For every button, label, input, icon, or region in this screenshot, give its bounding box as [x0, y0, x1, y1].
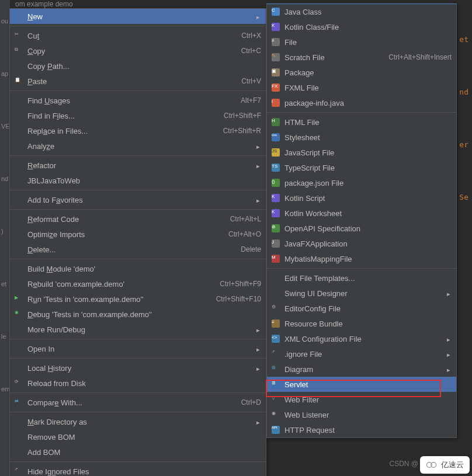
menu2-item-package-info-java[interactable]: ipackage-info.java — [267, 95, 456, 110]
menu2-item-servlet[interactable]: ≣Servlet — [267, 377, 456, 392]
menu1-item-remove-bom[interactable]: Remove BOM — [10, 429, 266, 444]
shortcut: Delete — [236, 245, 261, 253]
separator — [267, 268, 456, 269]
menu1-item-add-to-favorites[interactable]: Add to Favorites — [10, 192, 266, 207]
menu1-item-debug-tests-in-com-example-demo[interactable]: ✱Debug 'Tests in 'com.example.demo'' — [10, 307, 266, 322]
menu2-item-resource-bundle[interactable]: ≡Resource Bundle — [267, 316, 456, 331]
menu1-item-find-in-files[interactable]: Find in Files...Ctrl+Shift+F — [10, 108, 266, 123]
menu1-item-jbljavatoweb[interactable]: JBLJavaToWeb — [10, 173, 266, 188]
menu2-item-stylesheet[interactable]: cssStylesheet — [267, 130, 456, 145]
submenu-arrow-icon — [447, 365, 452, 374]
menu2-item-java-class[interactable]: CJava Class — [267, 4, 456, 19]
shortcut: Ctrl+Shift+R — [218, 127, 261, 135]
menu1-item-new[interactable]: New — [10, 9, 266, 24]
debug-icon: ✱ — [13, 310, 24, 319]
menu1-item-reload-from-disk[interactable]: ⟳Reload from Disk — [10, 376, 266, 391]
blank-icon — [13, 230, 24, 239]
menu-item-label: Java Class — [281, 8, 452, 16]
blank-icon — [270, 273, 281, 283]
menu2-item-scratch-file[interactable]: ✎Scratch FileCtrl+Alt+Shift+Insert — [267, 50, 456, 65]
menu-item-label: Stylesheet — [281, 133, 452, 142]
menu-item-label: Paste — [24, 77, 237, 86]
menu-item-label: Find in Files... — [24, 112, 219, 120]
menu1-item-build-module-demo[interactable]: Build Module 'demo' — [10, 261, 266, 276]
menu2-item-http-request[interactable]: APIHTTP Request — [267, 422, 456, 437]
menu1-item-replace-in-files[interactable]: Replace in Files...Ctrl+Shift+R — [10, 123, 266, 138]
menu2-item-swing-ui-designer[interactable]: Swing UI Designer — [267, 286, 456, 301]
menu1-item-mark-directory-as[interactable]: Mark Directory as — [10, 414, 266, 429]
submenu-arrow-icon — [256, 161, 261, 170]
blank-icon — [13, 363, 24, 373]
menu1-item-delete[interactable]: Delete...Delete — [10, 242, 266, 257]
openapi-icon: ⊚ — [270, 224, 281, 233]
menu2-item-package[interactable]: ▣Package — [267, 65, 456, 80]
menu2-item-openapi-specification[interactable]: ⊚OpenAPI Specification — [267, 221, 456, 236]
separator — [10, 91, 266, 91]
menu2-item-package-json-file[interactable]: {}package.json File — [267, 175, 456, 190]
file-icon: ≡ — [270, 37, 281, 47]
menu1-item-local-history[interactable]: Local History — [10, 360, 266, 376]
menu2-item-file[interactable]: ≡File — [267, 34, 456, 50]
menu1-item-copy-path[interactable]: Copy Path... — [10, 58, 266, 74]
shortcut: Ctrl+Shift+F10 — [211, 295, 261, 303]
menu1-item-run-tests-in-com-example-demo[interactable]: ▶Run 'Tests in 'com.example.demo''Ctrl+S… — [10, 291, 266, 307]
copy-icon: ⧉ — [13, 46, 24, 55]
menu1-item-refactor[interactable]: Refactor — [10, 158, 266, 173]
menu1-item-copy[interactable]: ⧉CopyCtrl+C — [10, 43, 266, 58]
submenu-arrow-icon — [447, 350, 452, 359]
menu-item-label: TypeScript File — [281, 164, 452, 172]
separator — [10, 190, 266, 190]
blank-icon — [270, 289, 281, 298]
blank-icon — [13, 96, 24, 105]
menu1-item-add-bom[interactable]: Add BOM — [10, 444, 266, 460]
menu1-item-find-usages[interactable]: Find UsagesAlt+F7 — [10, 93, 266, 108]
menu1-item-paste[interactable]: 📋PasteCtrl+V — [10, 74, 266, 89]
blank-icon — [13, 447, 24, 457]
menu2-item-kotlin-class-file[interactable]: KKotlin Class/File — [267, 19, 456, 34]
menu2-item-editorconfig-file[interactable]: ⚙EditorConfig File — [267, 301, 456, 316]
menu2-item-kotlin-worksheet[interactable]: KKotlin Worksheet — [267, 206, 456, 221]
menu2-item-html-file[interactable]: HHTML File — [267, 114, 456, 130]
shortcut: Ctrl+X — [237, 32, 261, 40]
gear-icon: ⚙ — [270, 304, 281, 313]
menu1-item-more-run-debug[interactable]: More Run/Debug — [10, 322, 266, 337]
menu2-item-xml-configuration-file[interactable]: <>XML Configuration File — [267, 331, 456, 346]
menu2-item-edit-file-templates[interactable]: Edit File Templates... — [267, 270, 456, 286]
menu2-item-javafxapplication[interactable]: JJavaFXApplication — [267, 236, 456, 251]
menu-item-label: Kotlin Worksheet — [281, 209, 452, 218]
blank-icon — [13, 417, 24, 426]
menu-item-label: Open In — [24, 345, 253, 353]
menu2-item-fxml-file[interactable]: FXFXML File — [267, 80, 456, 95]
menu1-item-analyze[interactable]: Analyze — [10, 138, 266, 154]
menu1-item-reformat-code[interactable]: Reformat CodeCtrl+Alt+L — [10, 211, 266, 227]
menu-item-label: Local History — [24, 364, 253, 373]
menu-item-label: More Run/Debug — [24, 325, 253, 334]
menu1-item-compare-with[interactable]: ⇄Compare With...Ctrl+D — [10, 395, 266, 410]
menu-item-label: Copy — [24, 47, 237, 55]
menu1-item-hide-ignored-files[interactable]: .i*Hide Ignored Files — [10, 464, 266, 476]
menu2-item-kotlin-script[interactable]: KKotlin Script — [267, 190, 456, 206]
menu-item-label: Kotlin Class/File — [281, 23, 452, 32]
servlet-icon: ≣ — [270, 380, 281, 389]
menu-item-label: EditorConfig File — [281, 304, 452, 313]
shortcut: Ctrl+V — [237, 77, 261, 85]
menu2-item-typescript-file[interactable]: TSTypeScript File — [267, 160, 456, 175]
menu-item-label: JBLJavaToWeb — [24, 176, 261, 185]
mybatis-icon: M — [270, 254, 281, 263]
menu2-item-diagram[interactable]: ⊞Diagram — [267, 362, 456, 377]
menu1-item-open-in[interactable]: Open In — [10, 341, 266, 356]
menu2-item-ignore-file[interactable]: .i*.ignore File — [267, 346, 456, 362]
fxml-icon: FX — [270, 83, 281, 92]
menu1-item-optimize-imports[interactable]: Optimize ImportsCtrl+Alt+O — [10, 227, 266, 242]
menu1-item-cut[interactable]: ✂CutCtrl+X — [10, 28, 266, 43]
menu-item-label: JavaScript File — [281, 148, 452, 157]
blank-icon — [13, 214, 24, 224]
menu2-item-web-filter[interactable]: ▽Web Filter — [267, 392, 456, 407]
shortcut: Ctrl+Alt+Shift+Insert — [384, 53, 452, 61]
menu2-item-javascript-file[interactable]: JSJavaScript File — [267, 145, 456, 160]
menu2-item-web-listener[interactable]: ◉Web Listener — [267, 407, 456, 422]
menu2-item-mybatismappingfile[interactable]: MMybatisMappingFile — [267, 251, 456, 266]
menu-item-label: Replace in Files... — [24, 127, 218, 135]
xml-icon: <> — [270, 334, 281, 343]
menu1-item-rebuild-com-example-demo[interactable]: Rebuild 'com.example.demo'Ctrl+Shift+F9 — [10, 276, 266, 291]
